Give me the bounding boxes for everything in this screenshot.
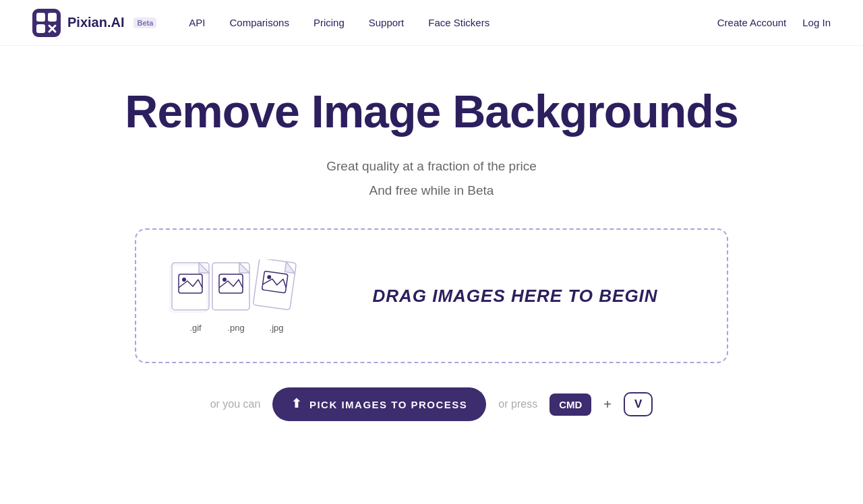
hero-title: Remove Image Backgrounds [125, 86, 738, 137]
svg-rect-0 [32, 9, 61, 37]
nav-link-pricing[interactable]: Pricing [314, 17, 345, 28]
v-badge: V [624, 392, 653, 416]
svg-rect-3 [36, 24, 45, 33]
nav-link-api[interactable]: API [189, 17, 205, 28]
pick-button-label: PICK IMAGES TO PROCESS [309, 399, 467, 410]
beta-badge: Beta [133, 18, 156, 28]
or-press-text: or press [498, 398, 537, 410]
logo-icon [32, 9, 61, 37]
svg-rect-1 [36, 13, 45, 22]
png-label: .png [227, 323, 244, 333]
navbar: Pixian.AI Beta API Comparisons Pricing S… [0, 0, 863, 46]
file-type-icons: .gif .png [169, 259, 303, 333]
pick-images-button[interactable]: ⬆ PICK IMAGES TO PROCESS [272, 387, 486, 421]
svg-rect-2 [48, 13, 57, 22]
hero-subtitle-2: And free while in Beta [369, 180, 494, 201]
logo[interactable]: Pixian.AI Beta [32, 9, 156, 37]
jpg-label: .jpg [270, 323, 284, 333]
svg-point-9 [182, 278, 186, 282]
or-you-can-text: or you can [210, 398, 261, 410]
nav-links: API Comparisons Pricing Support Face Sti… [189, 17, 717, 28]
hero-subtitle-1: Great quality at a fraction of the price [326, 156, 537, 177]
nav-link-face-stickers[interactable]: Face Stickers [428, 17, 489, 28]
login-link[interactable]: Log In [802, 17, 831, 28]
bottom-action-bar: or you can ⬆ PICK IMAGES TO PROCESS or p… [210, 387, 653, 421]
nav-link-comparisons[interactable]: Comparisons [230, 17, 289, 28]
upload-arrow-icon: ⬆ [291, 396, 303, 411]
hero-section: Remove Image Backgrounds Great quality a… [0, 46, 863, 448]
dropzone[interactable]: .gif .png [135, 228, 728, 363]
nav-link-support[interactable]: Support [369, 17, 405, 28]
plus-icon: + [603, 397, 612, 412]
create-account-link[interactable]: Create Account [717, 17, 787, 28]
jpg-file-icon [249, 259, 303, 320]
svg-point-14 [222, 278, 227, 282]
cmd-badge: CMD [549, 393, 591, 416]
nav-actions: Create Account Log In [717, 17, 831, 28]
logo-text: Pixian.AI [67, 15, 124, 30]
gif-label: .gif [189, 323, 201, 333]
file-card-jpg: .jpg [249, 259, 303, 333]
drag-text: DRAG IMAGES HERE TO BEGIN [336, 286, 694, 307]
